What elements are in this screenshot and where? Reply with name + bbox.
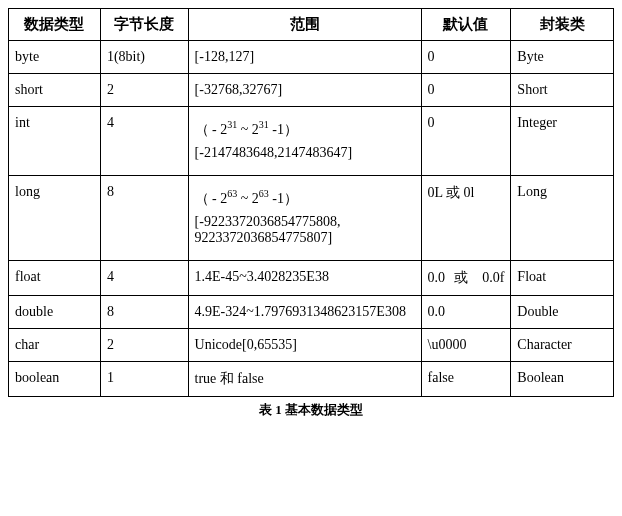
- cell-type: short: [9, 74, 101, 107]
- range-exponent: 63: [259, 188, 269, 199]
- cell-type: double: [9, 296, 101, 329]
- cell-range: （ - 263 ~ 263 -1） [-9223372036854775808,…: [188, 176, 421, 261]
- range-exponent: 31: [227, 119, 237, 130]
- table-row: byte 1(8bit) [-128,127] 0 Byte: [9, 41, 614, 74]
- cell-default: 0: [421, 74, 511, 107]
- col-header-bytes: 字节长度: [100, 9, 188, 41]
- cell-type: char: [9, 329, 101, 362]
- table-header-row: 数据类型 字节长度 范围 默认值 封装类: [9, 9, 614, 41]
- primitive-types-table: 数据类型 字节长度 范围 默认值 封装类 byte 1(8bit) [-128,…: [8, 8, 614, 397]
- table-row: short 2 [-32768,32767] 0 Short: [9, 74, 614, 107]
- range-formula-suffix: -1）: [269, 122, 298, 137]
- cell-range: [-128,127]: [188, 41, 421, 74]
- cell-type: byte: [9, 41, 101, 74]
- range-literal: [-2147483648,2147483647]: [195, 145, 415, 161]
- cell-default: 0.0 或 0.0f: [421, 261, 511, 296]
- cell-range: 1.4E-45~3.4028235E38: [188, 261, 421, 296]
- cell-default: 0: [421, 107, 511, 176]
- cell-bytes: 1(8bit): [100, 41, 188, 74]
- cell-bytes: 4: [100, 261, 188, 296]
- range-exponent: 63: [227, 188, 237, 199]
- range-formula-suffix: -1）: [269, 191, 298, 206]
- cell-wrapper: Float: [511, 261, 614, 296]
- range-exponent: 31: [259, 119, 269, 130]
- table-row: int 4 （ - 231 ~ 231 -1） [-2147483648,214…: [9, 107, 614, 176]
- table-row: long 8 （ - 263 ~ 263 -1） [-9223372036854…: [9, 176, 614, 261]
- range-formula-mid: ~ 2: [237, 191, 259, 206]
- cell-bytes: 8: [100, 296, 188, 329]
- col-header-range: 范围: [188, 9, 421, 41]
- cell-wrapper: Character: [511, 329, 614, 362]
- range-literal: [-9223372036854775808, 92233720368547758…: [195, 214, 415, 246]
- cell-wrapper: Double: [511, 296, 614, 329]
- cell-bytes: 1: [100, 362, 188, 397]
- cell-type: long: [9, 176, 101, 261]
- cell-range: 4.9E-324~1.7976931348623157E308: [188, 296, 421, 329]
- cell-bytes: 2: [100, 329, 188, 362]
- col-header-default: 默认值: [421, 9, 511, 41]
- range-formula-prefix: （ - 2: [195, 191, 228, 206]
- cell-default: 0: [421, 41, 511, 74]
- cell-wrapper: Short: [511, 74, 614, 107]
- range-formula-prefix: （ - 2: [195, 122, 228, 137]
- cell-bytes: 4: [100, 107, 188, 176]
- range-formula-mid: ~ 2: [237, 122, 259, 137]
- table-row: boolean 1 true 和 false false Boolean: [9, 362, 614, 397]
- cell-bytes: 2: [100, 74, 188, 107]
- cell-range: （ - 231 ~ 231 -1） [-2147483648,214748364…: [188, 107, 421, 176]
- cell-default: false: [421, 362, 511, 397]
- cell-range: [-32768,32767]: [188, 74, 421, 107]
- table-row: double 8 4.9E-324~1.7976931348623157E308…: [9, 296, 614, 329]
- cell-type: boolean: [9, 362, 101, 397]
- cell-default: 0.0: [421, 296, 511, 329]
- cell-range: Unicode[0,65535]: [188, 329, 421, 362]
- cell-wrapper: Byte: [511, 41, 614, 74]
- col-header-wrapper: 封装类: [511, 9, 614, 41]
- cell-type: int: [9, 107, 101, 176]
- col-header-type: 数据类型: [9, 9, 101, 41]
- cell-type: float: [9, 261, 101, 296]
- cell-default: 0L 或 0l: [421, 176, 511, 261]
- cell-default: \u0000: [421, 329, 511, 362]
- cell-range: true 和 false: [188, 362, 421, 397]
- table-row: float 4 1.4E-45~3.4028235E38 0.0 或 0.0f …: [9, 261, 614, 296]
- cell-bytes: 8: [100, 176, 188, 261]
- cell-wrapper: Long: [511, 176, 614, 261]
- cell-wrapper: Integer: [511, 107, 614, 176]
- table-caption: 表 1 基本数据类型: [8, 401, 614, 419]
- cell-wrapper: Boolean: [511, 362, 614, 397]
- table-row: char 2 Unicode[0,65535] \u0000 Character: [9, 329, 614, 362]
